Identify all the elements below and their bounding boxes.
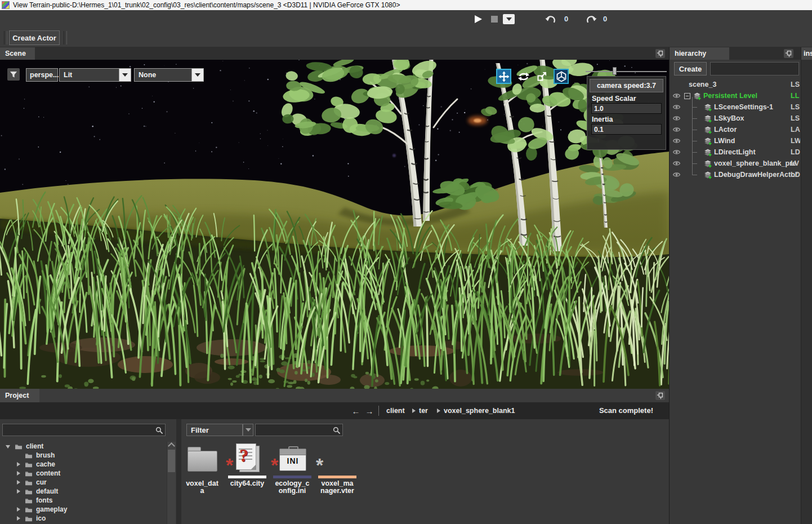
viewport-3d[interactable]: perspe... Lit None (0, 60, 669, 389)
asset-item-ecology_config.ini[interactable]: INI*ecology_config.ini (271, 443, 314, 497)
hierarchy-row-lwind[interactable]: LWindLW (670, 135, 801, 146)
show-flags-dropdown[interactable]: None (134, 68, 204, 82)
hierarchy-create-button[interactable]: Create (674, 62, 707, 76)
chevron-down-icon (506, 17, 512, 21)
stop-button[interactable] (491, 16, 498, 23)
expand-arrow-icon[interactable] (6, 445, 10, 448)
visibility-eye-icon[interactable] (672, 171, 681, 178)
undo-icon[interactable] (545, 14, 556, 24)
camera-speed-header[interactable]: camera speed:3.7 (590, 79, 663, 92)
visibility-eye-icon[interactable] (672, 160, 681, 167)
scroll-up-icon[interactable] (168, 442, 175, 450)
camera-speed-slider-thumb[interactable] (613, 67, 617, 75)
pin-icon[interactable] (784, 49, 793, 58)
speed-scalar-input[interactable]: 1.0 (591, 103, 662, 114)
expand-arrow-icon[interactable] (17, 516, 20, 521)
folder-tree-item-default[interactable]: default (0, 487, 166, 496)
chevron-down-icon[interactable] (191, 69, 203, 81)
pin-icon[interactable] (655, 391, 665, 400)
visibility-eye-icon[interactable] (672, 137, 681, 144)
pin-icon[interactable] (655, 49, 665, 58)
folder-tree-item-fonts[interactable]: fonts (0, 496, 166, 505)
breadcrumb-item-client[interactable]: client (386, 402, 405, 419)
filter-dropdown[interactable]: Filter (186, 424, 243, 436)
play-options-dropdown[interactable] (503, 14, 515, 24)
breadcrumb-item-voxel_sphere_blank1[interactable]: voxel_sphere_blank1 (444, 402, 515, 419)
hierarchy-search-input[interactable] (710, 62, 799, 76)
folder-tree-item-client[interactable]: client (0, 442, 166, 451)
nav-forward-button[interactable]: → (364, 405, 375, 417)
visibility-eye-icon[interactable] (672, 92, 681, 99)
folder-icon (15, 443, 23, 451)
perspective-button[interactable]: perspe... (26, 68, 58, 82)
scrollbar-thumb[interactable] (168, 450, 175, 472)
redo-icon[interactable] (586, 14, 597, 24)
folder-tree-item-cur[interactable]: cur (0, 478, 166, 487)
hierarchy-row-scene[interactable]: scene_3 LS (670, 79, 801, 90)
hierarchy-row-persistent-level[interactable]: Persistent Level LL (670, 90, 801, 101)
play-button[interactable] (475, 15, 482, 23)
tab-inspector-partial[interactable]: ins (801, 47, 812, 60)
expand-arrow-icon[interactable] (17, 480, 20, 485)
asset-type-bar (318, 476, 356, 478)
asset-label: voxel_data (184, 480, 220, 495)
asset-item-city64.city[interactable]: ?*city64.city (226, 443, 269, 497)
expand-arrow-icon[interactable] (17, 489, 20, 494)
visibility-eye-icon[interactable] (672, 115, 681, 122)
viewport-3d-scene[interactable] (0, 60, 669, 389)
toolbar-grip[interactable] (64, 31, 67, 45)
view-filter-button[interactable] (7, 68, 20, 81)
expand-arrow-icon[interactable] (17, 507, 20, 512)
visibility-eye-icon[interactable] (672, 104, 681, 110)
toolbar-grip[interactable] (4, 31, 7, 45)
create-actor-button[interactable]: Create Actor (9, 30, 60, 45)
ini-file-icon: INI (279, 448, 306, 471)
move-icon (498, 71, 510, 82)
rotate-tool-button[interactable] (516, 69, 531, 84)
folder-tree-item-cache[interactable]: cache (0, 460, 166, 469)
expand-arrow-icon[interactable] (17, 471, 20, 476)
asset-tree-search-input[interactable] (4, 425, 154, 435)
folder-icon (25, 489, 33, 496)
lit-mode-dropdown[interactable]: Lit (59, 68, 131, 82)
expand-box-icon[interactable] (684, 93, 690, 99)
tree-guide (692, 175, 697, 175)
scale-tool-button[interactable] (534, 69, 550, 84)
inertia-input[interactable]: 0.1 (591, 124, 662, 135)
camera-speed-panel: camera speed:3.7 Speed Scalar 1.0 Inerti… (587, 76, 666, 150)
folder-tree-item-brush[interactable]: brush (0, 451, 166, 460)
undo-count: 0 (564, 10, 568, 28)
question-mark-icon: ? (239, 445, 248, 466)
tree-scrollbar[interactable] (167, 442, 176, 524)
hierarchy-row-ldirectlight[interactable]: LDirectLightLD (670, 146, 801, 158)
folder-tree-item-content[interactable]: content (0, 469, 166, 478)
coordinate-space-button[interactable] (554, 69, 569, 84)
asset-tree-search[interactable] (2, 424, 166, 436)
move-tool-button[interactable] (496, 69, 511, 84)
visibility-eye-icon[interactable] (672, 149, 681, 156)
filter-arrow-button[interactable] (243, 424, 253, 436)
asset-item-voxel_data[interactable]: voxel_data (181, 443, 224, 497)
tab-scene[interactable]: Scene (0, 47, 35, 60)
tree-guide (692, 141, 697, 141)
hierarchy-row-ldebugdrawhelperactor[interactable]: LDebugDrawHelperActorLD (670, 169, 801, 180)
hierarchy-row-lskybox[interactable]: LSkyBoxLS (670, 113, 801, 124)
asset-thumbnail (322, 443, 353, 474)
folder-tree-item-ico[interactable]: ico (0, 514, 166, 523)
asset-filter-search-input[interactable] (257, 425, 331, 435)
chevron-down-icon[interactable] (119, 69, 131, 81)
folder-tree-item-gameplay[interactable]: gameplay (0, 505, 166, 514)
hierarchy-row-lactor[interactable]: LActorLA (670, 124, 801, 135)
camera-speed-slider[interactable] (586, 71, 667, 72)
folder-icon (188, 451, 217, 472)
tab-project[interactable]: Project (0, 389, 39, 402)
asset-item-voxel_manager.vter[interactable]: *voxel_manager.vter (316, 443, 359, 497)
hierarchy-row-lscenesettings-1[interactable]: LSceneSettings-1LS (670, 101, 801, 113)
tab-hierarchy[interactable]: hierarchy (670, 47, 729, 60)
expand-arrow-icon[interactable] (17, 462, 20, 467)
breadcrumb-item-ter[interactable]: ter (419, 402, 428, 419)
hierarchy-row-voxel_sphere_blank_pre[interactable]: voxel_sphere_blank_preLV (670, 158, 801, 169)
visibility-eye-icon[interactable] (672, 126, 681, 133)
asset-filter-search[interactable] (255, 424, 343, 436)
nav-back-button[interactable]: ← (350, 405, 362, 417)
